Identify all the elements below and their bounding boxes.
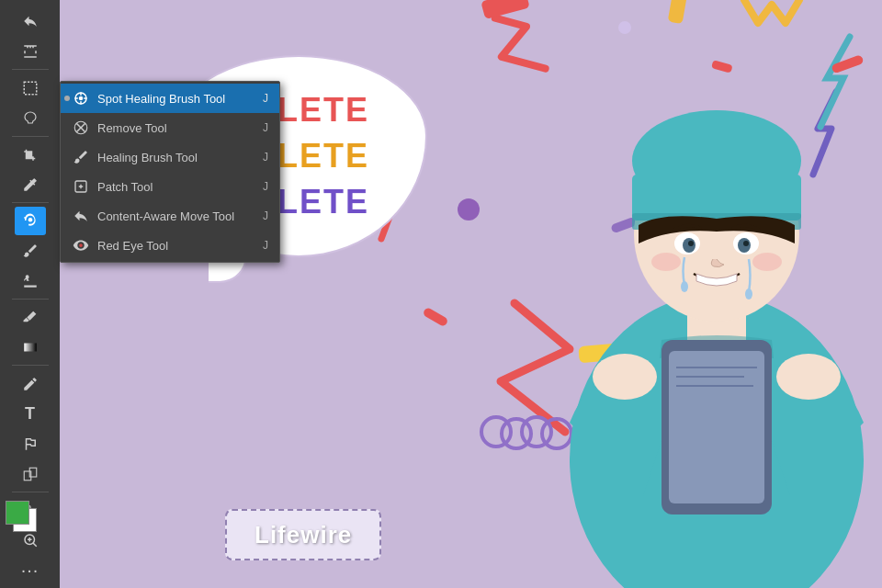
flyout-item-heal[interactable]: Healing Brush Tool J (61, 142, 279, 172)
spot-heal-icon (72, 89, 90, 107)
lifewire-text: Lifewire (254, 521, 352, 548)
separator (12, 299, 49, 300)
svg-point-33 (688, 241, 694, 246)
separator (12, 492, 49, 492)
tool-marquee[interactable] (15, 74, 46, 102)
svg-point-39 (593, 354, 657, 400)
content-aware-shortcut: J (263, 209, 268, 222)
illustration-svg (349, 0, 882, 588)
separator (12, 69, 49, 70)
svg-point-50 (79, 243, 83, 247)
svg-point-47 (79, 96, 84, 101)
tool-eraser[interactable] (15, 303, 46, 332)
svg-point-35 (745, 288, 752, 300)
red-eye-label: Red Eye Tool (97, 239, 255, 253)
tool-eyedropper[interactable] (15, 170, 46, 198)
svg-rect-10 (481, 0, 529, 19)
tool-move[interactable] (15, 7, 46, 36)
svg-point-1 (28, 218, 32, 222)
svg-rect-3 (24, 344, 37, 352)
patch-shortcut: J (263, 180, 268, 193)
content-aware-icon (72, 207, 90, 225)
flyout-menu: Spot Healing Brush Tool J Remove Tool J … (60, 81, 280, 263)
active-marker (64, 96, 70, 101)
tool-pen[interactable] (15, 369, 46, 398)
tool-shape[interactable] (15, 459, 46, 488)
separator (12, 136, 49, 137)
svg-point-34 (743, 241, 749, 246)
svg-rect-42 (669, 351, 764, 503)
tool-text[interactable]: T (15, 400, 46, 428)
svg-point-38 (752, 253, 782, 271)
more-icon: ··· (21, 560, 40, 581)
spot-heal-shortcut: J (263, 92, 268, 105)
tool-healing[interactable] (15, 207, 46, 235)
flyout-item-remove[interactable]: Remove Tool J (61, 113, 279, 142)
heal-label: Healing Brush Tool (97, 151, 255, 164)
tool-gradient[interactable] (15, 334, 46, 362)
remove-tool-icon (72, 119, 90, 137)
red-eye-shortcut: J (263, 239, 268, 252)
foreground-color-swatch[interactable] (6, 501, 29, 525)
text-icon: T (25, 404, 35, 424)
tool-brush[interactable] (15, 237, 46, 266)
color-swatches[interactable] (6, 501, 51, 537)
remove-shortcut: J (263, 121, 268, 134)
flyout-item-spot-heal[interactable]: Spot Healing Brush Tool J (61, 84, 279, 113)
red-eye-icon (72, 236, 90, 254)
svg-point-36 (681, 281, 688, 292)
content-aware-label: Content-Aware Move Tool (97, 209, 255, 223)
svg-point-18 (618, 21, 631, 34)
tool-artboard[interactable] (15, 38, 46, 66)
svg-rect-0 (24, 82, 37, 95)
left-toolbar: T ··· (0, 0, 60, 588)
flyout-item-content-aware[interactable]: Content-Aware Move Tool J (61, 201, 279, 231)
separator (12, 365, 49, 366)
svg-rect-19 (422, 307, 448, 328)
tool-more[interactable]: ··· (15, 556, 46, 584)
svg-rect-11 (668, 0, 689, 24)
svg-rect-21 (711, 60, 733, 73)
tool-path-select[interactable] (15, 430, 46, 458)
spot-heal-label: Spot Healing Brush Tool (97, 92, 255, 106)
tool-stamp[interactable] (15, 266, 46, 295)
tool-crop[interactable] (15, 141, 46, 169)
separator (12, 202, 49, 203)
tool-lasso[interactable] (15, 104, 46, 132)
lifewire-watermark: Lifewire (225, 509, 381, 560)
svg-point-37 (651, 253, 681, 271)
remove-label: Remove Tool (97, 121, 255, 135)
patch-label: Patch Tool (97, 180, 255, 194)
patch-tool-icon (72, 177, 90, 196)
heal-shortcut: J (263, 151, 268, 164)
svg-rect-2 (24, 285, 37, 287)
svg-line-7 (33, 543, 37, 547)
svg-point-40 (776, 354, 841, 400)
svg-point-17 (458, 198, 480, 220)
flyout-item-patch[interactable]: Patch Tool J (61, 172, 279, 201)
flyout-item-red-eye[interactable]: Red Eye Tool J (61, 231, 279, 260)
heal-brush-icon (72, 148, 90, 166)
